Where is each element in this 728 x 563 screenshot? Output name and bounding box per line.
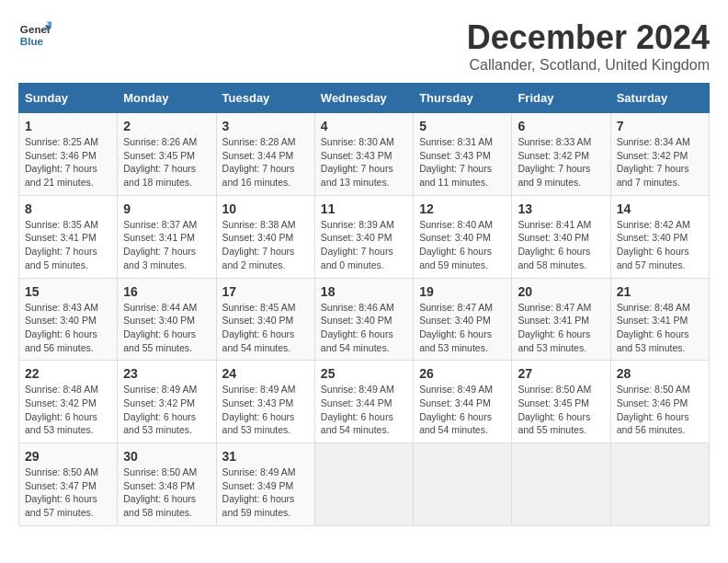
calendar-cell: 15Sunrise: 8:43 AMSunset: 3:40 PMDayligh… bbox=[19, 278, 118, 361]
day-number: 18 bbox=[321, 284, 407, 299]
calendar-cell: 17Sunrise: 8:45 AMSunset: 3:40 PMDayligh… bbox=[216, 278, 314, 361]
day-info: Sunrise: 8:47 AMSunset: 3:41 PMDaylight:… bbox=[518, 301, 604, 355]
day-info: Sunrise: 8:50 AMSunset: 3:45 PMDaylight:… bbox=[518, 383, 604, 437]
calendar-cell: 12Sunrise: 8:40 AMSunset: 3:40 PMDayligh… bbox=[414, 195, 512, 278]
day-number: 23 bbox=[123, 366, 210, 381]
day-number: 7 bbox=[617, 119, 703, 133]
day-number: 20 bbox=[518, 284, 604, 299]
calendar-cell: 1Sunrise: 8:25 AMSunset: 3:46 PMDaylight… bbox=[19, 113, 118, 196]
calendar-cell: 2Sunrise: 8:26 AMSunset: 3:45 PMDaylight… bbox=[118, 113, 216, 196]
day-number: 5 bbox=[419, 119, 506, 133]
day-info: Sunrise: 8:28 AMSunset: 3:44 PMDaylight:… bbox=[222, 135, 309, 190]
day-number: 31 bbox=[222, 449, 309, 464]
day-info: Sunrise: 8:44 AMSunset: 3:40 PMDaylight:… bbox=[123, 301, 210, 355]
day-number: 2 bbox=[123, 119, 210, 133]
calendar-cell: 9Sunrise: 8:37 AMSunset: 3:41 PMDaylight… bbox=[118, 195, 216, 278]
calendar-cell: 22Sunrise: 8:48 AMSunset: 3:42 PMDayligh… bbox=[19, 361, 118, 443]
calendar-cell: 19Sunrise: 8:47 AMSunset: 3:40 PMDayligh… bbox=[414, 278, 512, 361]
svg-text:Blue: Blue bbox=[20, 35, 44, 47]
day-info: Sunrise: 8:40 AMSunset: 3:40 PMDaylight:… bbox=[419, 218, 506, 272]
day-info: Sunrise: 8:43 AMSunset: 3:40 PMDaylight:… bbox=[25, 301, 111, 355]
day-info: Sunrise: 8:42 AMSunset: 3:40 PMDaylight:… bbox=[617, 218, 703, 272]
calendar-cell: 20Sunrise: 8:47 AMSunset: 3:41 PMDayligh… bbox=[512, 278, 610, 361]
day-number: 21 bbox=[617, 284, 703, 299]
day-number: 6 bbox=[518, 119, 604, 133]
calendar-cell: 14Sunrise: 8:42 AMSunset: 3:40 PMDayligh… bbox=[610, 195, 709, 278]
calendar-cell: 10Sunrise: 8:38 AMSunset: 3:40 PMDayligh… bbox=[216, 195, 314, 278]
calendar-cell: 16Sunrise: 8:44 AMSunset: 3:40 PMDayligh… bbox=[118, 278, 216, 361]
calendar-header-thursday: Thursday bbox=[414, 84, 512, 113]
calendar-cell bbox=[414, 443, 512, 526]
calendar-header-saturday: Saturday bbox=[610, 84, 709, 113]
day-info: Sunrise: 8:26 AMSunset: 3:45 PMDaylight:… bbox=[123, 135, 210, 190]
day-number: 24 bbox=[222, 366, 309, 381]
day-number: 10 bbox=[222, 201, 309, 216]
day-number: 8 bbox=[25, 201, 111, 216]
day-info: Sunrise: 8:49 AMSunset: 3:49 PMDaylight:… bbox=[222, 465, 309, 520]
day-info: Sunrise: 8:33 AMSunset: 3:42 PMDaylight:… bbox=[518, 135, 604, 190]
calendar-header-monday: Monday bbox=[118, 84, 216, 113]
day-number: 29 bbox=[25, 449, 111, 464]
calendar-cell: 5Sunrise: 8:31 AMSunset: 3:43 PMDaylight… bbox=[414, 113, 512, 196]
calendar-cell: 28Sunrise: 8:50 AMSunset: 3:46 PMDayligh… bbox=[610, 361, 709, 443]
day-number: 25 bbox=[321, 366, 407, 381]
calendar-header-row: SundayMondayTuesdayWednesdayThursdayFrid… bbox=[19, 84, 710, 113]
day-number: 3 bbox=[222, 119, 309, 133]
day-number: 28 bbox=[617, 366, 703, 381]
calendar-cell: 24Sunrise: 8:49 AMSunset: 3:43 PMDayligh… bbox=[216, 361, 314, 443]
calendar-header-friday: Friday bbox=[512, 84, 610, 113]
day-info: Sunrise: 8:50 AMSunset: 3:48 PMDaylight:… bbox=[123, 465, 210, 520]
day-info: Sunrise: 8:49 AMSunset: 3:43 PMDaylight:… bbox=[222, 383, 309, 437]
calendar-cell: 29Sunrise: 8:50 AMSunset: 3:47 PMDayligh… bbox=[19, 443, 118, 526]
calendar-cell: 6Sunrise: 8:33 AMSunset: 3:42 PMDaylight… bbox=[512, 113, 610, 196]
calendar-table: SundayMondayTuesdayWednesdayThursdayFrid… bbox=[18, 83, 710, 526]
logo: General Blue bbox=[18, 18, 55, 52]
calendar-cell: 18Sunrise: 8:46 AMSunset: 3:40 PMDayligh… bbox=[314, 278, 413, 361]
calendar-week-row: 15Sunrise: 8:43 AMSunset: 3:40 PMDayligh… bbox=[19, 278, 710, 361]
calendar-cell: 25Sunrise: 8:49 AMSunset: 3:44 PMDayligh… bbox=[314, 361, 413, 443]
day-number: 15 bbox=[25, 284, 111, 299]
day-info: Sunrise: 8:30 AMSunset: 3:43 PMDaylight:… bbox=[321, 135, 407, 190]
day-info: Sunrise: 8:37 AMSunset: 3:41 PMDaylight:… bbox=[123, 218, 210, 272]
calendar-cell: 27Sunrise: 8:50 AMSunset: 3:45 PMDayligh… bbox=[512, 361, 610, 443]
day-number: 30 bbox=[123, 449, 210, 464]
calendar-header-tuesday: Tuesday bbox=[216, 84, 314, 113]
calendar-header-sunday: Sunday bbox=[19, 84, 118, 113]
day-info: Sunrise: 8:35 AMSunset: 3:41 PMDaylight:… bbox=[25, 218, 111, 272]
calendar-cell: 7Sunrise: 8:34 AMSunset: 3:42 PMDaylight… bbox=[610, 113, 709, 196]
day-number: 19 bbox=[419, 284, 506, 299]
calendar-cell: 13Sunrise: 8:41 AMSunset: 3:40 PMDayligh… bbox=[512, 195, 610, 278]
calendar-week-row: 22Sunrise: 8:48 AMSunset: 3:42 PMDayligh… bbox=[19, 361, 710, 443]
day-info: Sunrise: 8:39 AMSunset: 3:40 PMDaylight:… bbox=[321, 218, 407, 272]
day-info: Sunrise: 8:25 AMSunset: 3:46 PMDaylight:… bbox=[25, 135, 111, 190]
day-info: Sunrise: 8:49 AMSunset: 3:44 PMDaylight:… bbox=[321, 383, 407, 437]
calendar-header-wednesday: Wednesday bbox=[314, 84, 413, 113]
day-info: Sunrise: 8:38 AMSunset: 3:40 PMDaylight:… bbox=[222, 218, 309, 272]
day-number: 9 bbox=[123, 201, 210, 216]
day-info: Sunrise: 8:41 AMSunset: 3:40 PMDaylight:… bbox=[518, 218, 604, 272]
day-info: Sunrise: 8:47 AMSunset: 3:40 PMDaylight:… bbox=[419, 301, 506, 355]
day-number: 11 bbox=[321, 201, 407, 216]
calendar-cell: 23Sunrise: 8:49 AMSunset: 3:42 PMDayligh… bbox=[118, 361, 216, 443]
day-info: Sunrise: 8:50 AMSunset: 3:47 PMDaylight:… bbox=[25, 465, 111, 520]
calendar-cell bbox=[610, 443, 709, 526]
day-number: 16 bbox=[123, 284, 210, 299]
day-info: Sunrise: 8:45 AMSunset: 3:40 PMDaylight:… bbox=[222, 301, 309, 355]
month-title: December 2024 bbox=[467, 18, 710, 57]
calendar-cell: 11Sunrise: 8:39 AMSunset: 3:40 PMDayligh… bbox=[314, 195, 413, 278]
calendar-cell: 26Sunrise: 8:49 AMSunset: 3:44 PMDayligh… bbox=[414, 361, 512, 443]
day-number: 17 bbox=[222, 284, 309, 299]
day-info: Sunrise: 8:34 AMSunset: 3:42 PMDaylight:… bbox=[617, 135, 703, 190]
day-info: Sunrise: 8:49 AMSunset: 3:42 PMDaylight:… bbox=[123, 383, 210, 437]
page-header: General Blue December 2024 Callander, Sc… bbox=[18, 18, 710, 74]
day-info: Sunrise: 8:49 AMSunset: 3:44 PMDaylight:… bbox=[419, 383, 506, 437]
day-number: 12 bbox=[419, 201, 506, 216]
svg-text:General: General bbox=[20, 23, 51, 35]
day-number: 13 bbox=[518, 201, 604, 216]
day-number: 26 bbox=[419, 366, 506, 381]
calendar-cell: 31Sunrise: 8:49 AMSunset: 3:49 PMDayligh… bbox=[216, 443, 314, 526]
day-number: 27 bbox=[518, 366, 604, 381]
calendar-week-row: 8Sunrise: 8:35 AMSunset: 3:41 PMDaylight… bbox=[19, 195, 710, 278]
location-subtitle: Callander, Scotland, United Kingdom bbox=[467, 57, 710, 74]
calendar-cell bbox=[512, 443, 610, 526]
